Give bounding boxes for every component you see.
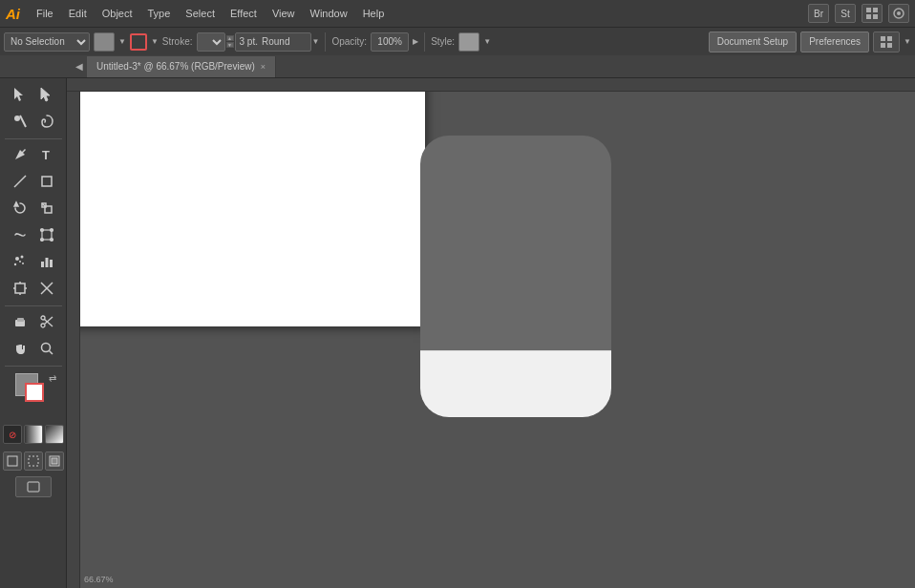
color-mode-icon[interactable] [24, 425, 43, 444]
free-transform-tool[interactable] [34, 222, 59, 247]
magic-wand-tool[interactable] [8, 109, 32, 134]
grid-icon-btn[interactable] [862, 4, 883, 23]
arrange-chevron[interactable]: ▼ [904, 37, 911, 46]
document-tab[interactable]: Untitled-3* @ 66.67% (RGB/Preview) × [87, 56, 276, 77]
svg-rect-1 [873, 8, 878, 12]
tools-row-5 [0, 196, 66, 220]
symbol-sprayer-tool[interactable] [8, 249, 32, 274]
svg-rect-50 [29, 456, 38, 466]
arrange-icon-btn[interactable] [873, 32, 900, 52]
warp-tool[interactable] [8, 222, 32, 247]
svg-point-27 [20, 256, 23, 259]
none-fill-icon[interactable]: ⊘ [3, 425, 22, 444]
menu-type[interactable]: Type [141, 6, 178, 21]
opacity-chevron[interactable]: ▶ [413, 37, 418, 46]
round-value: Round [262, 36, 289, 47]
bridge-icon-btn[interactable]: Br [808, 4, 829, 23]
svg-point-24 [40, 239, 43, 242]
svg-point-29 [13, 263, 15, 265]
menu-view[interactable]: View [266, 6, 302, 21]
presentation-mode-row [0, 476, 66, 497]
menu-object[interactable]: Object [96, 6, 139, 21]
stroke-down[interactable]: ▼ [226, 42, 234, 48]
document-setup-button[interactable]: Document Setup [709, 32, 798, 52]
ai-logo: Ai [6, 6, 20, 22]
rectangle-tool[interactable] [34, 169, 59, 194]
tab-scroll-left[interactable]: ◀ [72, 61, 87, 72]
draw-behind-icon[interactable] [24, 452, 43, 471]
menu-window[interactable]: Window [304, 6, 354, 21]
svg-point-30 [19, 261, 21, 262]
stroke-weight-dropdown[interactable] [197, 32, 225, 52]
menu-edit[interactable]: Edit [62, 6, 94, 21]
style-chevron[interactable]: ▼ [483, 37, 491, 46]
svg-point-26 [15, 257, 19, 261]
svg-point-23 [50, 229, 53, 232]
svg-rect-33 [50, 260, 53, 267]
presentation-mode-icon[interactable] [15, 476, 52, 497]
menu-file[interactable]: File [30, 6, 60, 21]
line-tool[interactable] [8, 169, 32, 194]
type-tool[interactable]: T [34, 142, 59, 167]
style-box[interactable] [458, 32, 479, 52]
svg-rect-8 [881, 43, 885, 48]
gradient-icon[interactable] [45, 425, 64, 444]
divider-1 [325, 32, 326, 52]
stroke-label: Stroke: [162, 36, 193, 47]
tools-row-9 [0, 309, 66, 334]
selection-tool[interactable] [8, 82, 32, 107]
canvas-info: 66.67% [84, 575, 114, 584]
stroke-color-box[interactable] [130, 33, 147, 51]
menu-effect[interactable]: Effect [223, 6, 264, 21]
round-chevron[interactable]: ▼ [312, 37, 320, 46]
artboard-tool[interactable] [8, 276, 32, 301]
stroke-weight-value: 3 pt. [240, 36, 258, 47]
svg-text:T: T [42, 148, 50, 162]
svg-rect-21 [42, 230, 52, 240]
scale-tool[interactable] [34, 196, 59, 220]
stock-icon-btn[interactable]: St [835, 4, 856, 23]
tools-row-1 [0, 82, 66, 107]
swap-colors-icon[interactable]: ⇄ [49, 373, 56, 384]
draw-inside-icon[interactable] [45, 452, 64, 471]
rotate-tool[interactable] [8, 196, 32, 220]
svg-rect-16 [42, 177, 52, 186]
fill-color-box[interactable] [94, 32, 115, 52]
slice-tool[interactable] [34, 276, 59, 301]
zoom-tool[interactable] [34, 336, 59, 361]
stroke-chevron[interactable]: ▼ [151, 37, 159, 46]
lasso-tool[interactable] [34, 109, 59, 134]
scissors-tool[interactable] [34, 309, 59, 334]
svg-rect-49 [8, 456, 17, 466]
svg-line-12 [20, 116, 26, 127]
fill-chevron[interactable]: ▼ [118, 37, 126, 46]
tools-row-7 [0, 249, 66, 274]
stroke-up[interactable]: ▲ [226, 35, 234, 41]
settings-icon-btn[interactable] [888, 4, 909, 23]
main-area: T [0, 78, 915, 588]
divider-2 [424, 32, 425, 52]
pen-tool[interactable] [8, 142, 32, 167]
stroke-spinners: ▲ ▼ [226, 35, 234, 48]
column-graph-tool[interactable] [34, 249, 59, 274]
selection-dropdown[interactable]: No Selection [4, 32, 90, 52]
menu-right: Br St [808, 4, 909, 23]
eraser-tool[interactable] [8, 309, 32, 334]
hand-tool[interactable] [8, 336, 32, 361]
svg-point-28 [22, 262, 24, 264]
svg-rect-32 [45, 258, 48, 267]
tools-divider-2 [5, 305, 62, 306]
menu-select[interactable]: Select [179, 6, 222, 21]
tools-divider-3 [5, 366, 62, 367]
stroke-well[interactable] [25, 383, 44, 402]
svg-point-44 [41, 316, 45, 320]
svg-point-25 [50, 239, 53, 242]
draw-normal-icon[interactable] [3, 452, 22, 471]
menu-help[interactable]: Help [356, 6, 392, 21]
toolbar: No Selection ▼ ▼ Stroke: ▲ ▼ 3 pt. Round… [0, 27, 915, 55]
direct-selection-tool[interactable] [34, 82, 59, 107]
tab-close[interactable]: × [261, 62, 266, 72]
svg-marker-17 [14, 202, 18, 206]
opacity-input[interactable]: 100% [371, 32, 409, 52]
preferences-button[interactable]: Preferences [800, 32, 869, 52]
